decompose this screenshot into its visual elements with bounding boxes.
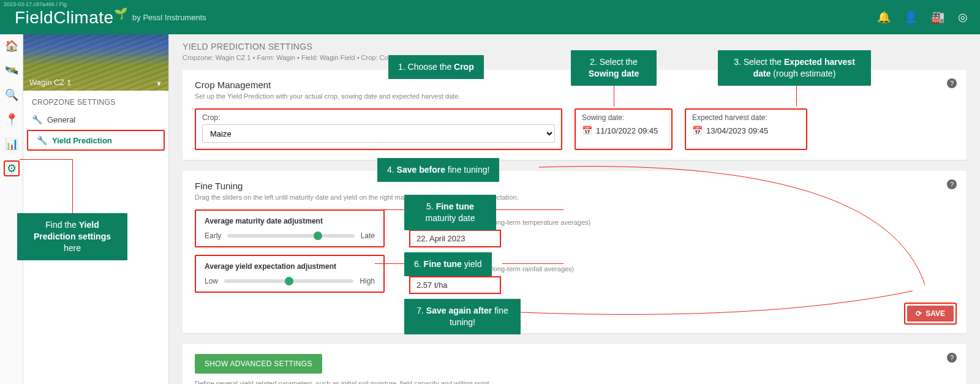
advanced-card: ? SHOW ADVANCED SETTINGS Define several … xyxy=(183,344,967,384)
annotation-step-7: 7. Save again after fine tuning! xyxy=(404,299,521,334)
sowing-date-label: Sowing date: xyxy=(582,113,665,122)
annotation-step-6: 6. Fine tune yield xyxy=(404,252,492,276)
farm-icon[interactable]: 🏭 xyxy=(931,10,944,24)
bell-icon[interactable]: 🔔 xyxy=(877,10,891,24)
annotation-step-4: 4. Save before fine tuning! xyxy=(377,158,499,182)
sidebar-heading: CROPZONE SETTINGS xyxy=(23,91,168,110)
card-subtitle: Drag the sliders on the left until matur… xyxy=(195,194,954,201)
sidebar: Wagin CZ 1 ▼ CROPZONE SETTINGS 🔧 General… xyxy=(23,34,169,384)
advanced-subtitle: Define several yield-related parameters,… xyxy=(195,380,954,384)
target-icon[interactable]: ◎ xyxy=(958,10,968,24)
yield-slider[interactable] xyxy=(224,279,353,283)
help-icon[interactable]: ? xyxy=(947,353,957,363)
help-icon[interactable]: ? xyxy=(947,179,957,189)
annotation-step-5: 5. Fine tune maturity date xyxy=(404,195,496,230)
yield-slider-group: Average yield expectation adjustment Low… xyxy=(195,255,385,293)
sowing-date-value[interactable]: 11/10/2022 09:45 xyxy=(596,126,658,135)
fine-tuning-card: ? Fine Tuning Drag the sliders on the le… xyxy=(183,171,967,333)
slider-high-label: High xyxy=(360,277,375,285)
crop-select[interactable]: Maize xyxy=(202,124,555,143)
sidebar-item-label: General xyxy=(47,115,75,124)
search-icon[interactable]: 🔍 xyxy=(4,87,20,103)
wrench-icon: 🔧 xyxy=(37,135,47,145)
slider-title: Average yield expectation adjustment xyxy=(205,262,375,271)
chevron-down-icon[interactable]: ▼ xyxy=(156,80,162,87)
topbar-icons: 🔔 👤 🏭 ◎ xyxy=(877,10,968,24)
maturity-slider[interactable] xyxy=(227,234,354,238)
save-button[interactable]: ⟳ SAVE xyxy=(907,306,954,322)
sidebar-item-label: Yield Prediction xyxy=(52,136,112,145)
topbar: 2023-03-17.c97a466 / Fig FieldClimate🌱 b… xyxy=(0,0,980,34)
maturity-date-value: 22. April 2023 xyxy=(409,230,501,247)
pin-icon[interactable]: 📍 xyxy=(4,111,20,127)
card-subtitle: Set up the Yield Prediction with your ac… xyxy=(195,92,954,100)
slider-low-label: Low xyxy=(205,277,218,285)
calendar-icon[interactable]: 📅 xyxy=(582,126,592,135)
brand-logo: FieldClimate🌱 xyxy=(15,7,127,28)
wrench-icon: 🔧 xyxy=(32,115,42,124)
help-icon[interactable]: ? xyxy=(947,78,957,88)
harvest-date-value[interactable]: 13/04/2023 09:45 xyxy=(706,126,768,135)
crop-field-group: Crop: Maize xyxy=(195,108,562,150)
harvest-date-label: Expected harvest date: xyxy=(692,113,800,122)
sidebar-item-general[interactable]: 🔧 General xyxy=(23,110,168,129)
annotation-step-2: 2. Select the Sowing date xyxy=(571,50,657,86)
yield-value: 2.57 t/ha xyxy=(409,276,501,294)
calendar-icon[interactable]: 📅 xyxy=(692,126,703,135)
maturity-slider-group: Average maturity date adjustment Early L… xyxy=(195,209,385,247)
annotation-step-1: 1. Choose the Crop xyxy=(388,55,484,79)
satellite-icon[interactable]: 🛰️ xyxy=(4,62,20,78)
slider-low-label: Early xyxy=(205,232,221,240)
home-icon[interactable]: 🏠 xyxy=(4,38,20,54)
refresh-icon: ⟳ xyxy=(916,309,922,318)
user-icon[interactable]: 👤 xyxy=(904,10,918,24)
sowing-date-group: Sowing date: 📅 11/10/2022 09:45 xyxy=(575,108,673,150)
slider-high-label: Late xyxy=(361,232,375,240)
cropzone-name: Wagin CZ 1 xyxy=(29,78,71,87)
main-content: YIELD PREDICTION SETTINGS Cropzone: Wagi… xyxy=(169,34,980,384)
settings-icon[interactable]: ⚙ xyxy=(4,160,20,176)
sidebar-item-yield-prediction[interactable]: 🔧 Yield Prediction xyxy=(27,130,165,151)
brand-byline: by Pessl Instruments xyxy=(132,13,206,22)
annotation-find-settings: Find the Yield Prediction settings here xyxy=(17,213,127,260)
slider-title: Average maturity date adjustment xyxy=(205,217,375,225)
nav-rail: 🏠 🛰️ 🔍 📍 📊 ⚙ xyxy=(0,34,23,384)
show-advanced-button[interactable]: SHOW ADVANCED SETTINGS xyxy=(195,354,322,374)
card-heading: Fine Tuning xyxy=(195,181,954,191)
build-tag: 2023-03-17.c97a466 / Fig xyxy=(4,1,67,7)
cropzone-image[interactable]: Wagin CZ 1 ▼ xyxy=(23,34,168,91)
crop-label: Crop: xyxy=(202,113,555,122)
annotation-step-3: 3. Select the Expected harvest date (rou… xyxy=(718,50,871,86)
harvest-date-group: Expected harvest date: 📅 13/04/2023 09:4… xyxy=(685,108,807,150)
chart-icon[interactable]: 📊 xyxy=(4,136,20,152)
